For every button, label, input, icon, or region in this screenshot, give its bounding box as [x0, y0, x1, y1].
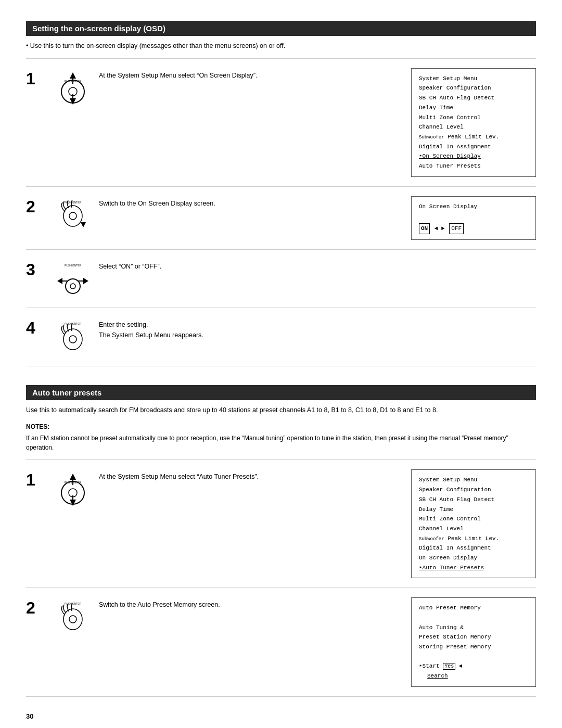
step-row: 4 PUSH ENTER Enter the setting. The Syst… [26, 308, 536, 366]
page-number: 30 [26, 712, 536, 720]
svg-point-30 [69, 616, 76, 623]
knob-lr-icon: PUSH ENTER [52, 259, 94, 298]
svg-marker-2 [70, 72, 76, 79]
svg-text:PUSH ENTER: PUSH ENTER [65, 264, 82, 267]
screen-auto-preset: Auto Preset Memory Auto Tuning & Preset … [411, 597, 536, 687]
screen-osd-toggle: On Screen Display ON ◄ ► OFF [411, 196, 536, 240]
step-screen: On Screen Display ON ◄ ► OFF [411, 196, 536, 240]
knob-up-icon: PUSH ENTER [52, 68, 94, 107]
svg-marker-23 [70, 474, 76, 480]
step-screen: System Setup Menu Speaker Configuration … [411, 469, 536, 578]
svg-marker-4 [70, 98, 76, 105]
step-instruction: Switch to the On Screen Display screen. [99, 196, 406, 209]
step-instruction: At the System Setup Menu select “Auto Tu… [99, 469, 406, 482]
note-item: If an FM station cannot be preset automa… [26, 435, 508, 451]
step-screen: Auto Preset Memory Auto Tuning & Preset … [411, 597, 536, 687]
section-intro-auto-tuner: Use this to automatically search for FM … [26, 405, 536, 415]
step-number: 1 [26, 68, 47, 87]
notes-label: NOTES: [26, 422, 536, 431]
screen-menu-2: System Setup Menu Speaker Configuration … [411, 469, 536, 578]
knob-press-icon: PUSH ENTER [52, 196, 94, 235]
notes-block: NOTES: If an FM station cannot be preset… [26, 422, 536, 452]
steps-osd: 1 PUSH ENTER At the System Setup Menu se… [26, 58, 536, 366]
step-number: 3 [26, 259, 47, 278]
knob-press-icon: PUSH ENTER [52, 597, 94, 636]
section-header-osd: Setting the on-screen display (OSD) [26, 21, 536, 36]
step-row: 3 PUSH ENTER Select “ON” or “OFF”. [26, 250, 536, 308]
steps-auto-tuner: 1 PUSH ENTER At the System Setup Menu se… [26, 459, 536, 696]
section-title-auto-tuner: Auto tuner presets [32, 388, 101, 397]
svg-text:PUSH ENTER: PUSH ENTER [65, 322, 82, 325]
svg-point-17 [70, 284, 75, 289]
svg-marker-10 [81, 222, 86, 227]
svg-point-9 [69, 212, 76, 220]
step-instruction: Enter the setting. The System Setup Menu… [99, 317, 406, 340]
svg-text:PUSH ENTER: PUSH ENTER [65, 602, 82, 605]
step-row: 1 PUSH ENTER At the System Setup Menu se… [26, 460, 536, 588]
svg-text:PUSH ENTER: PUSH ENTER [65, 80, 82, 83]
section-header-auto-tuner: Auto tuner presets [26, 385, 536, 400]
step-number: 1 [26, 469, 47, 488]
step-number: 4 [26, 317, 47, 336]
svg-point-20 [69, 336, 76, 343]
step-row: 2 PUSH ENTER Switch to the Auto Preset M… [26, 588, 536, 697]
svg-point-16 [66, 279, 80, 293]
step-number: 2 [26, 597, 47, 616]
section-title-osd: Setting the on-screen display (OSD) [32, 24, 165, 33]
section-auto-tuner: Auto tuner presets Use this to automatic… [26, 385, 536, 697]
svg-marker-25 [70, 500, 76, 506]
step-instruction: At the System Setup Menu select “On Scre… [99, 68, 406, 81]
section-intro-osd: • Use this to turn the on-screen display… [26, 41, 536, 51]
step-row: 2 PUSH ENTER Switch to the On Screen Dis… [26, 187, 536, 250]
svg-point-29 [63, 609, 82, 630]
svg-point-19 [63, 329, 82, 350]
svg-marker-14 [83, 278, 88, 284]
svg-point-8 [63, 206, 82, 226]
knob-press-icon: PUSH ENTER [52, 317, 94, 356]
step-instruction: Switch to the Auto Preset Memory screen. [99, 597, 406, 610]
svg-marker-12 [57, 278, 62, 284]
screen-menu: System Setup Menu Speaker Configuration … [411, 68, 536, 177]
step-number: 2 [26, 196, 47, 215]
step-screen: System Setup Menu Speaker Configuration … [411, 68, 536, 177]
step-row: 1 PUSH ENTER At the System Setup Menu se… [26, 59, 536, 187]
step-instruction: Select “ON” or “OFF”. [99, 259, 406, 272]
section-osd: Setting the on-screen display (OSD) • Us… [26, 21, 536, 366]
knob-up-icon: PUSH ENTER [52, 469, 94, 508]
svg-text:PUSH ENTER: PUSH ENTER [65, 481, 82, 484]
